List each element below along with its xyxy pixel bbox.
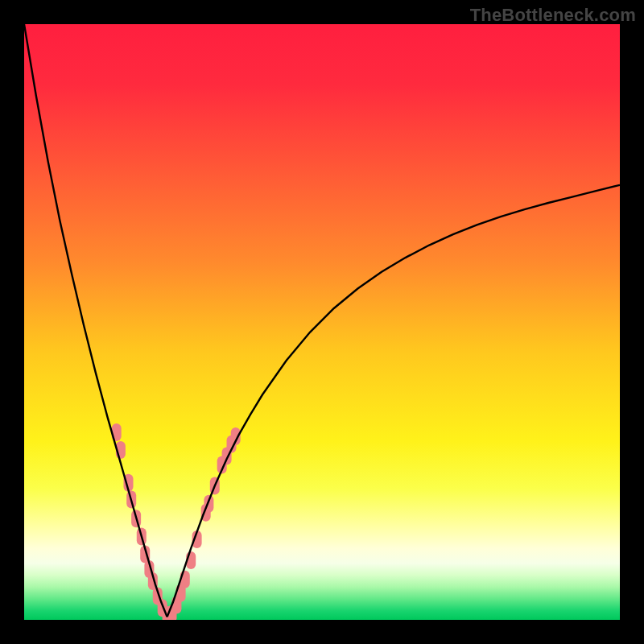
curve-left [24,24,167,617]
curve-right [167,185,620,617]
plot-area [24,24,620,620]
watermark-text: TheBottleneck.com [470,5,636,26]
curve-layer [24,24,620,620]
outer-frame: TheBottleneck.com [0,0,644,644]
